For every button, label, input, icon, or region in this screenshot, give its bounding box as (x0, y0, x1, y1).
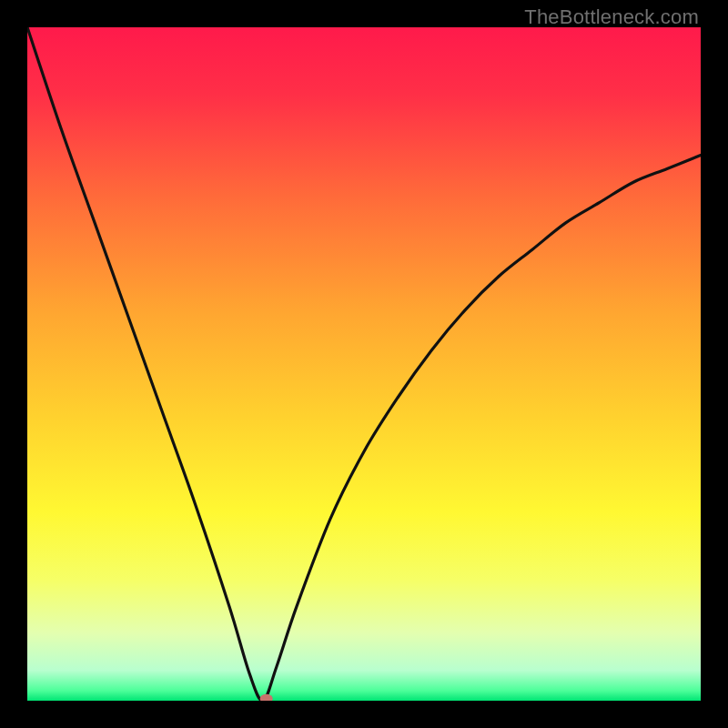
watermark-text: TheBottleneck.com (524, 5, 699, 29)
chart-frame: TheBottleneck.com (0, 0, 728, 728)
bottleneck-curve (27, 27, 701, 701)
plot-area (27, 27, 701, 701)
curve-layer (27, 27, 701, 701)
minimum-marker (260, 694, 273, 701)
